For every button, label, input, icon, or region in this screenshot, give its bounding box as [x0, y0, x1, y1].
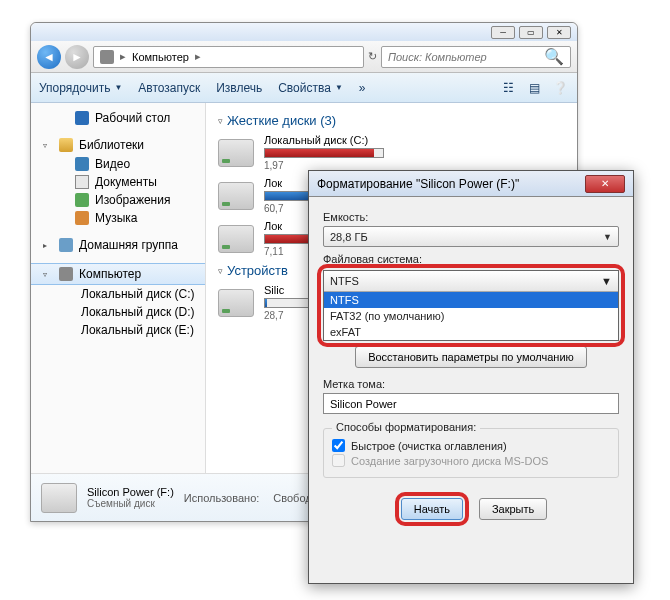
filesystem-select[interactable]: NTFS ▼	[324, 271, 618, 292]
drive-icon	[218, 225, 254, 253]
drive-icon	[41, 483, 77, 513]
chevron-down-icon: ▿	[218, 266, 223, 276]
search-input[interactable]	[388, 51, 540, 63]
nav-drive-c[interactable]: Локальный диск (C:)	[31, 285, 205, 303]
toolbar: Упорядочить ▼ Автозапуск Извлечь Свойств…	[31, 73, 577, 103]
search-icon: 🔍	[544, 47, 564, 66]
homegroup-icon	[59, 238, 73, 252]
nav-documents[interactable]: Документы	[31, 173, 205, 191]
document-icon	[75, 175, 89, 189]
start-button[interactable]: Начать	[401, 498, 463, 520]
capacity-label: Емкость:	[323, 211, 619, 223]
breadcrumb-location: Компьютер	[132, 51, 189, 63]
chevron-down-icon: ▿	[43, 141, 47, 150]
organize-button[interactable]: Упорядочить ▼	[39, 81, 122, 95]
chevron-down-icon: ▼	[603, 232, 612, 242]
start-button-highlight: Начать	[395, 492, 469, 526]
nav-drive-e[interactable]: Локальный диск (E:)	[31, 321, 205, 339]
eject-button[interactable]: Извлечь	[216, 81, 262, 95]
hard-drives-header[interactable]: ▿Жесткие диски (3)	[218, 113, 565, 128]
more-button[interactable]: »	[359, 81, 366, 95]
video-icon	[75, 157, 89, 171]
format-methods-group: Способы форматирования: Быстрое (очистка…	[323, 428, 619, 478]
dialog-title: Форматирование "Silicon Power (F:)"	[317, 177, 585, 191]
properties-button[interactable]: Свойства ▼	[278, 81, 343, 95]
maximize-button[interactable]: ▭	[519, 26, 543, 39]
capacity-bar	[264, 148, 384, 158]
chevron-right-icon: ▸	[43, 241, 47, 250]
filesystem-option[interactable]: exFAT	[324, 324, 618, 340]
desktop-icon	[75, 111, 89, 125]
computer-icon	[59, 267, 73, 281]
nav-videos[interactable]: Видео	[31, 155, 205, 173]
help-icon[interactable]: ❔	[551, 79, 569, 97]
nav-music[interactable]: Музыка	[31, 209, 205, 227]
chevron-down-icon: ▿	[43, 270, 47, 279]
computer-icon	[100, 50, 114, 64]
dialog-close-button[interactable]: ✕	[585, 175, 625, 193]
drive-item[interactable]: Локальный диск (C:) 1,97	[218, 134, 565, 171]
search-box[interactable]: 🔍	[381, 46, 571, 68]
chevron-right-icon: ▸	[120, 50, 126, 63]
details-name: Silicon Power (F:)	[87, 486, 174, 498]
libraries-icon	[59, 138, 73, 152]
close-button[interactable]: Закрыть	[479, 498, 547, 520]
nav-libraries[interactable]: ▿Библиотеки	[31, 135, 205, 155]
autorun-button[interactable]: Автозапуск	[138, 81, 200, 95]
music-icon	[75, 211, 89, 225]
volume-label-label: Метка тома:	[323, 378, 619, 390]
close-button[interactable]: ✕	[547, 26, 571, 39]
titlebar: ─ ▭ ✕	[31, 23, 577, 41]
chevron-down-icon: ▿	[218, 116, 223, 126]
navbar: ◄ ► ▸ Компьютер ▸ ↻ 🔍	[31, 41, 577, 73]
details-type: Съемный диск	[87, 498, 174, 509]
filesystem-option[interactable]: NTFS	[324, 292, 618, 308]
breadcrumb[interactable]: ▸ Компьютер ▸	[93, 46, 364, 68]
nav-pane: Рабочий стол ▿Библиотеки Видео Документы…	[31, 103, 206, 473]
back-button[interactable]: ◄	[37, 45, 61, 69]
drive-icon	[218, 182, 254, 210]
msdos-boot-checkbox: Создание загрузочного диска MS-DOS	[332, 454, 610, 467]
nav-homegroup[interactable]: ▸Домашняя группа	[31, 235, 205, 255]
chevron-right-icon: ▸	[195, 50, 201, 63]
quick-format-checkbox[interactable]: Быстрое (очистка оглавления)	[332, 439, 610, 452]
pictures-icon	[75, 193, 89, 207]
minimize-button[interactable]: ─	[491, 26, 515, 39]
nav-computer[interactable]: ▿Компьютер	[31, 263, 205, 285]
nav-pictures[interactable]: Изображения	[31, 191, 205, 209]
filesystem-dropdown-highlight: NTFS ▼ NTFSFAT32 (по умолчанию)exFAT	[317, 264, 625, 347]
chevron-down-icon: ▼	[601, 275, 612, 287]
refresh-button[interactable]: ↻	[368, 50, 377, 63]
restore-defaults-button[interactable]: Восстановить параметры по умолчанию	[355, 346, 587, 368]
view-icon[interactable]: ☷	[499, 79, 517, 97]
format-dialog: Форматирование "Silicon Power (F:)" ✕ Ем…	[308, 170, 634, 584]
capacity-select[interactable]: 28,8 ГБ ▼	[323, 226, 619, 247]
nav-drive-d[interactable]: Локальный диск (D:)	[31, 303, 205, 321]
forward-button[interactable]: ►	[65, 45, 89, 69]
drive-icon	[218, 289, 254, 317]
volume-label-input[interactable]	[323, 393, 619, 414]
format-methods-label: Способы форматирования:	[332, 421, 480, 433]
preview-pane-icon[interactable]: ▤	[525, 79, 543, 97]
drive-icon	[218, 139, 254, 167]
nav-desktop[interactable]: Рабочий стол	[31, 109, 205, 127]
filesystem-option[interactable]: FAT32 (по умолчанию)	[324, 308, 618, 324]
dialog-titlebar: Форматирование "Silicon Power (F:)" ✕	[309, 171, 633, 197]
